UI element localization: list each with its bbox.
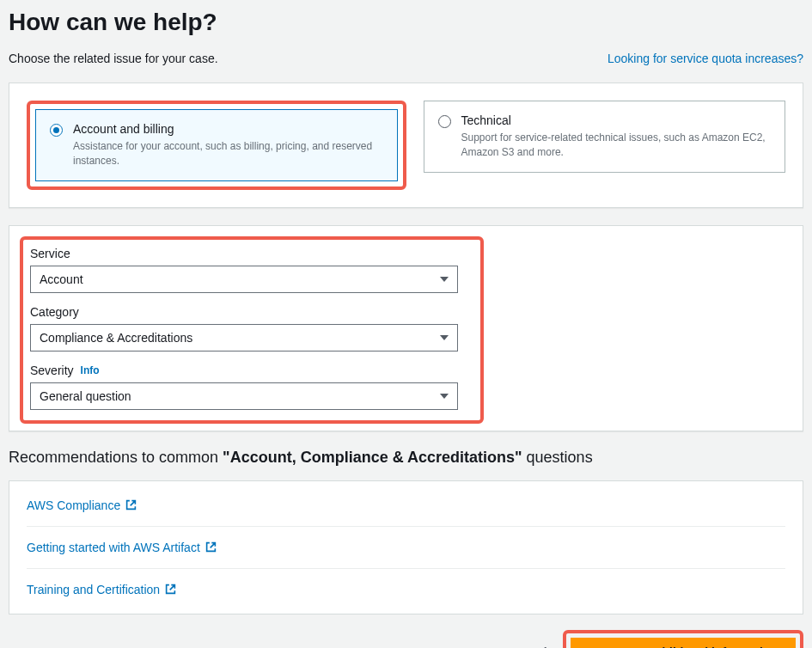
caret-down-icon	[440, 335, 449, 340]
issue-type-panel: Account and billing Assistance for your …	[9, 83, 803, 208]
next-step-button[interactable]: Next step: Additional information	[571, 638, 796, 648]
radio-col-technical: Technical Support for service-related te…	[424, 101, 786, 190]
select-category-value: Compliance & Accreditations	[40, 331, 192, 345]
highlight-fields: Service Account Category Compliance & Ac…	[20, 236, 484, 424]
label-severity: Severity Info	[30, 364, 470, 377]
subtitle-text: Choose the related issue for your case.	[9, 52, 218, 65]
caret-down-icon	[440, 394, 449, 399]
rec-link-text: Getting started with AWS Artifact	[27, 541, 200, 554]
radio-label-group: Technical Support for service-related te…	[461, 113, 772, 160]
field-category: Category Compliance & Accreditations	[30, 305, 470, 352]
rec-item: Training and Certification	[27, 569, 785, 610]
rec-item: AWS Compliance	[27, 485, 785, 527]
recommendations-heading: Recommendations to common "Account, Comp…	[9, 449, 803, 467]
fields-panel: Service Account Category Compliance & Ac…	[9, 225, 803, 431]
select-service-value: Account	[40, 272, 83, 286]
field-severity: Severity Info General question	[30, 364, 470, 410]
footer-row: Cancel Next step: Additional information	[9, 630, 803, 648]
recommendations-list: AWS Compliance Getting started with AWS …	[9, 480, 803, 614]
external-link-icon	[125, 499, 137, 510]
severity-info-link[interactable]: Info	[81, 364, 100, 376]
select-category[interactable]: Compliance & Accreditations	[30, 324, 458, 352]
quota-increase-link[interactable]: Looking for service quota increases?	[607, 52, 803, 65]
label-severity-text: Severity	[30, 364, 74, 377]
radio-card-technical[interactable]: Technical Support for service-related te…	[424, 101, 786, 173]
fields-wrap: Service Account Category Compliance & Ac…	[27, 243, 785, 413]
rec-link-training-cert[interactable]: Training and Certification	[27, 583, 176, 596]
rec-item: Getting started with AWS Artifact	[27, 527, 785, 569]
radio-title-technical: Technical	[461, 113, 772, 127]
field-service: Service Account	[30, 247, 470, 293]
radio-icon	[438, 115, 451, 128]
rec-link-aws-compliance[interactable]: AWS Compliance	[27, 498, 137, 512]
label-service: Service	[30, 247, 470, 260]
radio-container: Account and billing Assistance for your …	[27, 101, 785, 190]
radio-desc-account: Assistance for your account, such as bil…	[73, 139, 383, 168]
radio-card-account-billing[interactable]: Account and billing Assistance for your …	[35, 109, 398, 181]
recs-heading-prefix: Recommendations to common	[9, 449, 223, 466]
external-link-icon	[205, 541, 217, 553]
radio-icon	[50, 124, 63, 137]
highlight-next-button: Next step: Additional information	[563, 630, 803, 648]
select-severity[interactable]: General question	[30, 382, 458, 410]
highlight-account-billing: Account and billing Assistance for your …	[27, 101, 406, 190]
subheader-row: Choose the related issue for your case. …	[9, 52, 803, 65]
cancel-button[interactable]: Cancel	[508, 645, 547, 648]
radio-desc-technical: Support for service-related technical is…	[461, 131, 772, 160]
rec-link-text: Training and Certification	[27, 583, 160, 596]
external-link-icon	[165, 584, 176, 595]
caret-down-icon	[440, 277, 449, 282]
select-severity-value: General question	[40, 389, 131, 403]
rec-link-text: AWS Compliance	[27, 498, 120, 512]
page-title: How can we help?	[9, 9, 803, 36]
radio-label-group: Account and billing Assistance for your …	[73, 122, 383, 168]
select-service[interactable]: Account	[30, 266, 458, 293]
label-category: Category	[30, 305, 470, 319]
recs-heading-suffix: questions	[522, 449, 593, 466]
recs-heading-bold: "Account, Compliance & Accreditations"	[223, 449, 522, 466]
radio-title-account: Account and billing	[73, 122, 383, 136]
rec-link-aws-artifact[interactable]: Getting started with AWS Artifact	[27, 541, 217, 554]
